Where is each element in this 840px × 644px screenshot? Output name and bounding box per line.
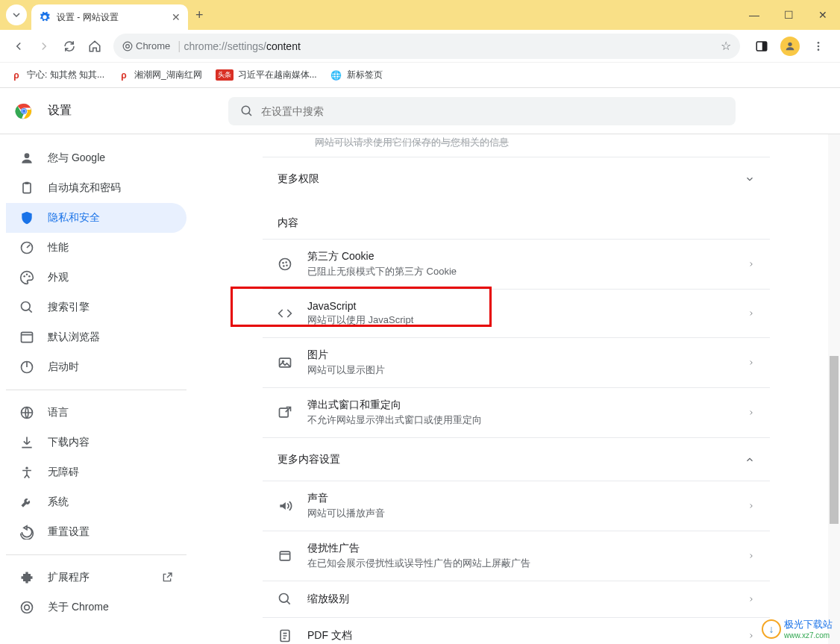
- popup-icon: [278, 405, 292, 420]
- back-button[interactable]: [6, 34, 31, 59]
- shield-icon: [19, 210, 34, 225]
- svg-point-19: [28, 275, 31, 278]
- nav-item-person[interactable]: 您与 Google: [6, 143, 187, 173]
- chevron-right-icon: [747, 595, 755, 603]
- close-window-button[interactable]: ✕: [806, 0, 840, 30]
- more-content-settings-row[interactable]: 更多内容设置: [263, 437, 770, 481]
- svg-point-7: [818, 49, 820, 51]
- forward-button[interactable]: [31, 34, 57, 59]
- svg-rect-34: [280, 408, 289, 417]
- browser-tab[interactable]: 设置 - 网站设置 ✕: [31, 4, 188, 30]
- nav-item-globe[interactable]: 语言: [6, 398, 187, 428]
- svg-rect-14: [23, 183, 31, 193]
- nav-separator: [6, 390, 187, 390]
- truncated-row: 网站可以请求使用它们保存的与您相关的信息: [263, 134, 770, 157]
- setting-item-pdf[interactable]: PDF 文档: [263, 617, 770, 644]
- bookmark-item[interactable]: 头条习近平在越南媒体...: [216, 69, 317, 81]
- setting-item-zoom[interactable]: 缩放级别: [263, 581, 770, 617]
- svg-point-5: [818, 42, 820, 44]
- nav-item-shield[interactable]: 隐私和安全: [6, 203, 187, 233]
- setting-item-window[interactable]: 侵扰性广告在已知会展示侵扰性或误导性广告的网站上屏蔽广告: [263, 531, 770, 581]
- extension-icon: [19, 570, 34, 585]
- setting-item-cookie[interactable]: 第三方 Cookie已阻止无痕模式下的第三方 Cookie: [263, 239, 770, 289]
- nav-item-accessibility[interactable]: 无障碍: [6, 457, 187, 487]
- reload-button[interactable]: [57, 34, 82, 59]
- palette-icon: [19, 270, 34, 285]
- profile-avatar-button[interactable]: [780, 37, 800, 56]
- svg-rect-21: [22, 332, 33, 342]
- content-section-label: 内容: [263, 200, 770, 239]
- nav-item-extension[interactable]: 扩展程序: [6, 563, 187, 593]
- sound-icon: [278, 498, 292, 513]
- scrollbar-track[interactable]: [828, 134, 840, 644]
- nav-separator: [6, 554, 187, 555]
- watermark: ↓ 极光下载站 www.xz7.com: [762, 618, 833, 640]
- chrome-icon: [122, 41, 133, 51]
- tab-title: 设置 - 网站设置: [57, 11, 166, 24]
- nav-item-clipboard[interactable]: 自动填充和密码: [6, 173, 187, 203]
- nav-item-speed[interactable]: 性能: [6, 233, 187, 263]
- svg-point-31: [286, 264, 288, 266]
- download-icon: [19, 435, 34, 450]
- setting-item-image[interactable]: 图片网站可以显示图片: [263, 337, 770, 387]
- maximize-button[interactable]: ☐: [771, 0, 806, 30]
- side-panel-button[interactable]: [749, 34, 774, 59]
- svg-rect-3: [762, 42, 767, 51]
- tab-search-button[interactable]: [6, 4, 27, 25]
- svg-point-17: [23, 275, 25, 278]
- bookmark-icon: ρ: [118, 69, 130, 81]
- svg-point-25: [22, 602, 33, 613]
- window-icon: [278, 548, 292, 563]
- address-bar[interactable]: Chrome | chrome://settings/content ☆: [113, 34, 740, 59]
- nav-item-chrome[interactable]: 关于 Chrome: [6, 593, 187, 622]
- bookmark-item[interactable]: ρ湘潮网_湖南红网: [118, 69, 202, 81]
- settings-search-box[interactable]: [228, 97, 736, 125]
- svg-point-11: [22, 109, 26, 113]
- setting-item-code[interactable]: JavaScript网站可以使用 JavaScript: [263, 289, 770, 337]
- minimize-button[interactable]: —: [737, 0, 771, 30]
- bookmark-star-button[interactable]: ☆: [721, 39, 731, 53]
- bookmark-item[interactable]: 🌐新标签页: [330, 69, 383, 81]
- more-permissions-row[interactable]: 更多权限: [263, 157, 770, 200]
- svg-point-29: [285, 261, 287, 263]
- chevron-right-icon: [747, 260, 755, 268]
- svg-point-13: [25, 153, 30, 158]
- reset-icon: [19, 525, 34, 540]
- browser-icon: [19, 330, 34, 345]
- settings-search-input[interactable]: [261, 105, 724, 117]
- zoom-icon: [278, 592, 292, 607]
- svg-point-24: [25, 467, 28, 469]
- window-titlebar: 设置 - 网站设置 ✕ + — ☐ ✕: [0, 0, 840, 30]
- chevron-right-icon: [747, 552, 755, 560]
- nav-item-power[interactable]: 启动时: [6, 352, 187, 382]
- page-title: 设置: [48, 103, 72, 119]
- chrome-chip: Chrome: [122, 40, 170, 51]
- svg-point-18: [26, 274, 28, 276]
- search-icon: [19, 300, 34, 315]
- tab-close-button[interactable]: ✕: [172, 11, 181, 23]
- nav-item-reset[interactable]: 重置设置: [6, 517, 187, 547]
- url-prefix: chrome://settings/: [184, 40, 266, 52]
- bookmark-item[interactable]: ρ宁心: 知其然 知其...: [10, 69, 104, 81]
- setting-item-sound[interactable]: 声音网站可以播放声音: [263, 481, 770, 531]
- new-tab-button[interactable]: +: [195, 7, 204, 23]
- menu-button[interactable]: [806, 34, 831, 59]
- svg-point-12: [242, 106, 250, 114]
- wrench-icon: [19, 495, 34, 510]
- globe-icon: [19, 405, 34, 420]
- nav-item-palette[interactable]: 外观: [6, 263, 187, 293]
- nav-item-search[interactable]: 搜索引擎: [6, 293, 187, 322]
- nav-item-wrench[interactable]: 系统: [6, 487, 187, 517]
- chevron-right-icon: [747, 409, 755, 416]
- scrollbar-thumb[interactable]: [830, 356, 839, 524]
- home-button[interactable]: [82, 34, 107, 59]
- svg-rect-15: [25, 182, 29, 184]
- nav-item-download[interactable]: 下载内容: [6, 428, 187, 457]
- svg-point-20: [22, 302, 31, 311]
- svg-point-6: [818, 45, 820, 47]
- setting-item-popup[interactable]: 弹出式窗口和重定向不允许网站显示弹出式窗口或使用重定向: [263, 387, 770, 437]
- nav-item-browser[interactable]: 默认浏览器: [6, 322, 187, 352]
- watermark-logo-icon: ↓: [762, 619, 781, 639]
- settings-header: 设置: [0, 88, 840, 134]
- bookmarks-bar: ρ宁心: 知其然 知其... ρ湘潮网_湖南红网 头条习近平在越南媒体... 🌐…: [0, 63, 840, 88]
